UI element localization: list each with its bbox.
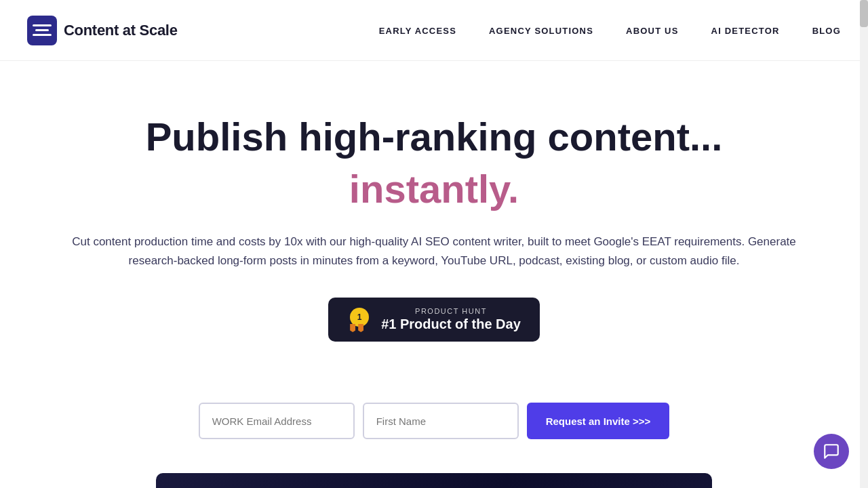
video-thumbnail[interactable]: WHY CONTENT AT SCALE SEO AI CONTENT W <box>156 473 712 488</box>
chat-button[interactable] <box>814 434 849 469</box>
medal-icon: 1 <box>347 308 372 332</box>
scrollbar-thumb[interactable] <box>860 0 868 27</box>
nav-item-about-us[interactable]: ABOUT US <box>626 24 679 37</box>
nav-link-about-us[interactable]: ABOUT US <box>626 26 679 36</box>
logo-text: Content at Scale <box>64 22 178 39</box>
navbar: Content at Scale EARLY ACCESS AGENCY SOL… <box>0 0 868 61</box>
nav-link-agency-solutions[interactable]: AGENCY SOLUTIONS <box>489 26 593 36</box>
logo[interactable]: Content at Scale <box>27 16 178 45</box>
medal-ribbon-left <box>350 324 355 332</box>
ph-label: #1 Product of the Day <box>381 317 521 331</box>
nav-item-agency-solutions[interactable]: AGENCY SOLUTIONS <box>489 24 593 37</box>
invite-form: Request an Invite >>> <box>0 403 868 466</box>
first-name-input[interactable] <box>363 403 519 439</box>
ph-eyebrow: PRODUCT HUNT <box>381 307 521 315</box>
email-input[interactable] <box>199 403 355 439</box>
chat-icon <box>823 443 840 460</box>
nav-link-early-access[interactable]: EARLY ACCESS <box>379 26 456 36</box>
nav-item-early-access[interactable]: EARLY ACCESS <box>379 24 456 37</box>
nav-link-blog[interactable]: BLOG <box>812 26 841 36</box>
nav-links: EARLY ACCESS AGENCY SOLUTIONS ABOUT US A… <box>379 24 841 37</box>
logo-icon <box>27 16 57 45</box>
nav-item-blog[interactable]: BLOG <box>812 24 841 37</box>
scrollbar-track[interactable] <box>860 0 868 488</box>
nav-link-ai-detector[interactable]: AI DETECTOR <box>711 26 780 36</box>
medal-circle: 1 <box>350 308 369 327</box>
hero-description: Cut content production time and costs by… <box>61 232 807 270</box>
hero-section: Publish high-ranking content... instantl… <box>27 61 841 403</box>
ph-badge-text: PRODUCT HUNT #1 Product of the Day <box>381 307 521 332</box>
medal-ribbon-right <box>358 324 363 332</box>
product-hunt-badge[interactable]: 1 PRODUCT HUNT #1 Product of the Day <box>328 298 540 342</box>
request-invite-button[interactable]: Request an Invite >>> <box>527 403 670 439</box>
hero-heading-line1: Publish high-ranking content... <box>54 115 814 159</box>
nav-item-ai-detector[interactable]: AI DETECTOR <box>711 24 780 37</box>
hero-heading-line2: instantly. <box>54 165 814 213</box>
video-section: WHY CONTENT AT SCALE SEO AI CONTENT W <box>129 473 739 488</box>
